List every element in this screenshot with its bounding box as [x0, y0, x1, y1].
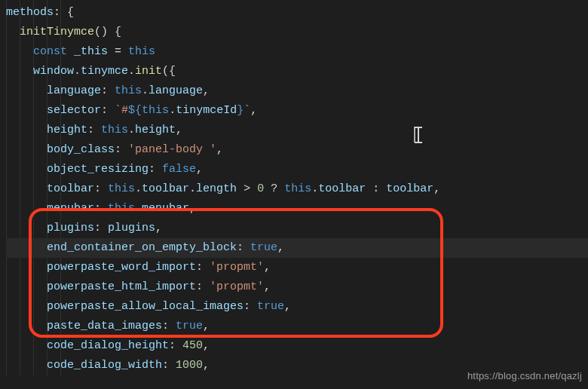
token: : [87, 124, 101, 136]
code-line: paste_data_images: true, [6, 317, 588, 336]
code-line: code_dialog_height: 450, [6, 336, 588, 356]
token: powerpaste_allow_local_images [47, 300, 243, 313]
token: : [169, 339, 182, 352]
token: 0 [257, 182, 264, 195]
code-line: powerpaste_allow_local_images: true, [6, 297, 588, 317]
token: ? [264, 182, 284, 195]
code-line: height: this.height, [6, 121, 588, 140]
code-editor[interactable]: methods: { initTinymce() { const _this =… [0, 0, 588, 375]
token: ({ [162, 65, 176, 78]
token: . [128, 65, 135, 78]
token: 450 [182, 339, 203, 352]
token: : [196, 261, 210, 274]
token: . [311, 182, 318, 195]
token: : { [54, 6, 74, 19]
code-line: menubar: this.menubar, [6, 199, 588, 219]
token: : [101, 84, 115, 97]
token: . [142, 84, 149, 97]
token: window [33, 65, 74, 78]
token: ` [243, 104, 250, 117]
token: : [94, 182, 108, 195]
token: plugins [108, 222, 155, 234]
token: tinymce [81, 65, 128, 78]
token: , [176, 124, 182, 136]
token: : [366, 182, 386, 195]
token: initTinymce [20, 26, 94, 38]
token: . [135, 182, 142, 195]
token: : [101, 104, 115, 117]
token: language [47, 84, 101, 97]
token: 'propmt' [210, 261, 264, 274]
token: . [74, 65, 81, 78]
token: : [115, 143, 128, 156]
token: : [243, 300, 257, 313]
token: height [135, 124, 176, 136]
token: : [162, 320, 176, 332]
code-line: const _this = this [6, 42, 588, 62]
token: , [264, 261, 271, 274]
token: : [162, 359, 176, 372]
token: # [121, 104, 128, 117]
token: : [94, 202, 108, 215]
token: : [237, 241, 250, 254]
token: , [264, 280, 271, 293]
token: . [135, 202, 142, 215]
token: true [257, 300, 284, 313]
code-line: language: this.language, [6, 81, 588, 101]
token: . [169, 104, 176, 117]
token: this [108, 182, 135, 195]
code-line: code_dialog_width: 1000, [6, 356, 588, 375]
token: . [189, 182, 196, 195]
token: this [284, 182, 311, 195]
token: , [189, 202, 196, 215]
token: . [128, 124, 135, 136]
token: this [128, 45, 155, 58]
token: height [47, 124, 87, 136]
code-line: body_class: 'panel-body ', [6, 140, 588, 160]
token: : [94, 222, 108, 234]
token: : [196, 280, 210, 293]
token: menubar [142, 202, 189, 215]
token: , [203, 339, 210, 352]
token: , [277, 241, 284, 254]
code-line: powerpaste_html_import: 'propmt', [6, 277, 588, 297]
token: 1000 [176, 359, 203, 372]
token: true [176, 320, 203, 332]
token: tinymceId [176, 104, 237, 117]
token: methods [6, 6, 54, 19]
token: , [203, 320, 210, 332]
code-line: plugins: plugins, [6, 219, 588, 238]
code-line: initTinymce() { [6, 23, 588, 42]
token: length [196, 182, 237, 195]
token: } [237, 104, 243, 117]
token: { [135, 104, 142, 117]
token: powerpaste_word_import [47, 261, 196, 274]
code-line-current: end_container_on_empty_block: true, [6, 238, 588, 258]
token: , [433, 182, 440, 195]
token: () { [94, 26, 121, 38]
token: this [101, 124, 128, 136]
token: powerpaste_html_import [47, 280, 196, 293]
token: 'propmt' [210, 280, 264, 293]
code-line: methods: { [6, 3, 588, 23]
token: paste_data_images [47, 320, 162, 332]
code-line: selector: `#${this.tinymceId}`, [6, 101, 588, 121]
code-line: window.tinymce.init({ [6, 62, 588, 81]
token: end_container_on_empty_block [47, 241, 237, 254]
token: plugins [47, 222, 94, 234]
token: true [250, 241, 277, 254]
token: , [196, 163, 203, 176]
token: , [284, 300, 291, 313]
token: > [237, 182, 257, 195]
token: code_dialog_width [47, 359, 162, 372]
code-line: powerpaste_word_import: 'propmt', [6, 258, 588, 277]
token: code_dialog_height [47, 339, 169, 352]
token: , [155, 222, 162, 234]
token: $ [128, 104, 135, 117]
token: , [250, 104, 257, 117]
token: toolbar [318, 182, 366, 195]
code-line: toolbar: this.toolbar.length > 0 ? this.… [6, 179, 588, 199]
token: const [33, 45, 67, 58]
token: 'panel-body ' [128, 143, 216, 156]
token: , [203, 84, 210, 97]
